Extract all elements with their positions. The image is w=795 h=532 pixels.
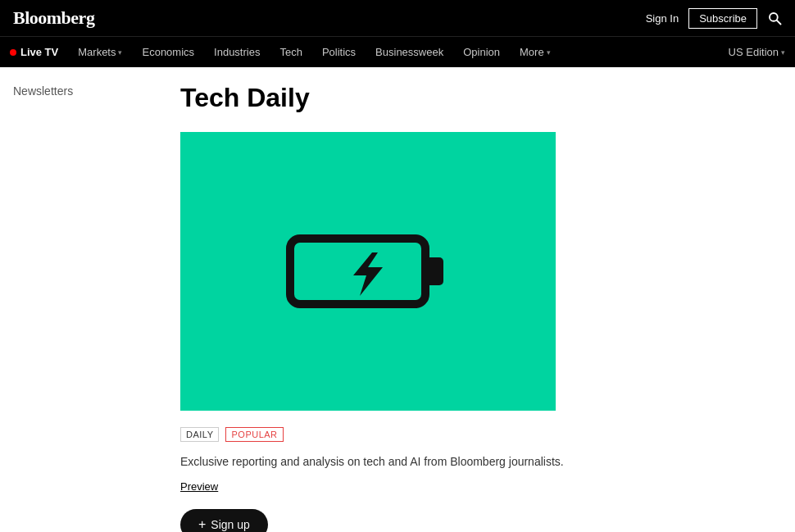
svg-line-1 — [777, 20, 781, 25]
top-bar-right: Sign In Subscribe — [646, 8, 782, 29]
search-button[interactable] — [767, 11, 782, 25]
signin-link[interactable]: Sign In — [646, 12, 679, 25]
plus-icon: + — [198, 517, 206, 532]
nav-left: Live TV Markets ▾ Economics Industries T… — [10, 37, 561, 68]
signup-button[interactable]: + Sign up — [180, 509, 268, 532]
newsletters-label: Newsletters — [13, 84, 73, 98]
svg-rect-3 — [425, 257, 443, 285]
sidebar-item-markets[interactable]: Markets ▾ — [68, 37, 132, 68]
chevron-down-icon: ▾ — [547, 48, 551, 57]
sidebar-item-more[interactable]: More ▾ — [510, 37, 561, 68]
tag-daily: DAILY — [180, 427, 219, 442]
tags: DAILY POPULAR — [180, 427, 779, 442]
description: Exclusive reporting and analysis on tech… — [180, 453, 779, 471]
chevron-down-icon: ▾ — [118, 48, 122, 57]
bloomberg-logo[interactable]: Bloomberg — [13, 7, 94, 29]
sidebar: Newsletters — [0, 84, 164, 532]
chevron-down-icon: ▾ — [781, 48, 785, 57]
tag-popular: POPULAR — [225, 427, 283, 442]
search-icon — [767, 11, 782, 25]
sidebar-item-tech[interactable]: Tech — [270, 37, 311, 68]
sidebar-item-industries[interactable]: Industries — [204, 37, 270, 68]
sidebar-item-economics[interactable]: Economics — [132, 37, 204, 68]
sidebar-item-businessweek[interactable]: Businessweek — [366, 37, 453, 68]
sidebar-item-live-tv[interactable]: Live TV — [10, 37, 68, 68]
preview-link[interactable]: Preview — [180, 480, 218, 493]
page-layout: Newsletters Tech Daily DAILY POPULAR Exc… — [0, 67, 795, 532]
us-edition-selector[interactable]: US Edition ▾ — [729, 46, 785, 58]
sidebar-item-opinion[interactable]: Opinion — [453, 37, 510, 68]
newsletter-image — [180, 132, 556, 411]
main-content: Tech Daily DAILY POPULAR Exclusive repor… — [164, 84, 795, 532]
top-bar: Bloomberg Sign In Subscribe — [0, 0, 795, 36]
subscribe-button[interactable]: Subscribe — [688, 8, 757, 29]
page-title: Tech Daily — [180, 84, 779, 112]
sidebar-item-politics[interactable]: Politics — [312, 37, 366, 68]
nav-right: US Edition ▾ — [729, 46, 785, 58]
live-dot — [10, 49, 16, 56]
battery-charging-icon — [286, 222, 450, 321]
nav-bar: Live TV Markets ▾ Economics Industries T… — [0, 36, 795, 67]
